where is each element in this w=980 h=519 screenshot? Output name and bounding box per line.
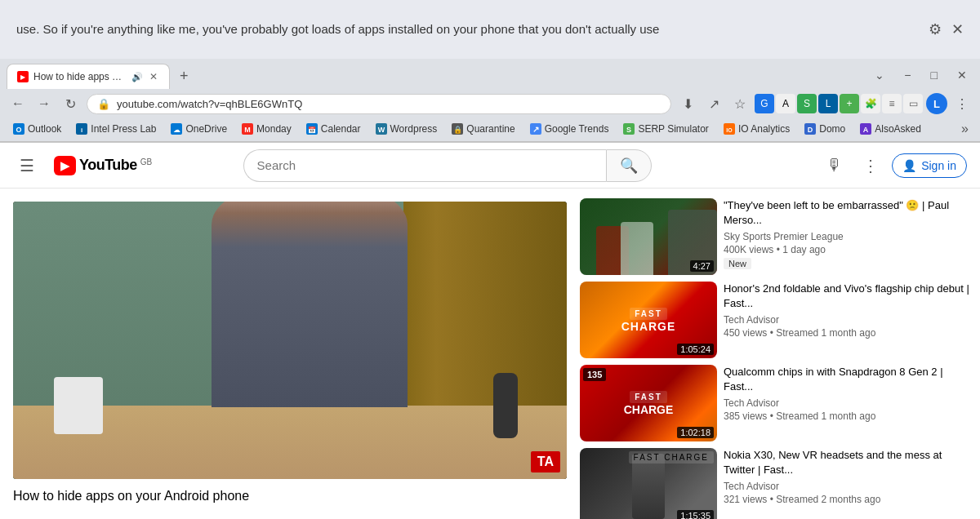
minimize-button[interactable]: − [898,65,917,85]
youtube-mic-button[interactable]: 🎙 [820,149,849,181]
ext-icon-1[interactable]: G [755,94,774,113]
svg-text:🔒: 🔒 [453,125,463,135]
bookmark-io-analytics-label: IO Analytics [738,123,790,135]
fc-label: FAST [630,308,667,320]
tab-close-icon[interactable]: ✕ [148,69,159,84]
ext-icon-sidebar[interactable]: ▭ [903,94,923,113]
ext-icon-2[interactable]: A [776,94,795,113]
rec-info-3: Qualcomm chips in with Snapdragon 8 Gen … [724,365,970,441]
rec-meta-1: 400K views • 1 day ago [724,244,970,255]
svg-text:W: W [377,126,385,134]
video-item-mug [54,377,103,434]
bookmark-google-trends[interactable]: ↗ Google Trends [523,121,616,137]
youtube-logo[interactable]: ▶ YouTube GB [54,156,152,175]
maximize-button[interactable]: □ [924,65,944,85]
new-tab-button[interactable]: + [173,64,195,88]
sign-in-label: Sign in [921,159,956,172]
bookmark-serp[interactable]: S SERP Simulator [617,121,715,137]
ext-icon-puzzle[interactable]: 🧩 [861,94,880,113]
bookmark-wordpress[interactable]: W Wordpress [369,121,444,137]
youtube-search-input[interactable] [243,149,606,182]
download-icon[interactable]: ⬇ [676,92,699,115]
rec-meta-3: 385 views • Streamed 1 month ago [724,410,970,422]
rec-info-4: Nokia X30, New VR headsets and the mess … [724,448,970,519]
video-thumbnail: TA [13,202,567,479]
svg-text:i: i [81,126,82,134]
youtube-video-title: How to hide apps on your Android phone [13,487,567,505]
bookmark-outlook-label: Outlook [28,123,61,135]
share-icon[interactable]: ↗ [702,92,725,115]
recommended-video-3[interactable]: FAST CHARGE 135 1:02:18 Qualcomm chips i… [580,365,970,441]
youtube-recommendations: 4:27 "They've been left to be embarrasse… [580,189,980,519]
ext-icon-3[interactable]: S [797,94,817,113]
url-bar[interactable]: 🔒 youtube.com/watch?v=qhBLE6GWnTQ [87,94,671,114]
nokia-phone [632,454,665,519]
rec-thumb-nokia: FAST CHARGE [580,448,717,519]
recommended-video-1[interactable]: 4:27 "They've been left to be embarrasse… [580,198,970,275]
forward-button[interactable]: → [33,92,56,115]
recommended-video-2[interactable]: FAST CHARGE 1:05:24 Honor's 2nd foldable… [580,282,970,358]
bookmark-quarantine[interactable]: 🔒 Quarantine [445,121,521,137]
bookmark-quarantine-label: Quarantine [466,123,514,135]
rec-info-2: Honor's 2nd foldable and Vivo's flagship… [724,282,970,358]
svg-text:☁: ☁ [173,126,180,134]
bookmark-intel[interactable]: i Intel Press Lab [69,121,163,137]
youtube-logo-text: YouTube [79,157,137,174]
rec-duration-1: 4:27 [690,260,714,272]
bookmark-io-analytics[interactable]: IO IO Analytics [717,121,796,137]
close-window-button[interactable]: ✕ [951,65,973,85]
lock-icon: 🔒 [97,98,110,110]
settings-icon[interactable]: ⚙ [929,20,942,38]
bookmark-outlook[interactable]: O Outlook [7,121,68,137]
bookmark-domo-label: Domo [819,123,845,135]
bookmark-domo[interactable]: D Domo [798,121,852,137]
youtube-header: ☰ ▶ YouTube GB 🔍 🎙 ⋮ 👤 Sign in [0,143,980,189]
bookmark-onedrive[interactable]: ☁ OneDrive [164,121,234,137]
profile-icon[interactable]: L [926,93,947,114]
bookmark-onedrive-label: OneDrive [185,123,227,135]
bookmark-monday-label: Monday [256,123,292,135]
youtube-more-button[interactable]: ⋮ [856,149,885,182]
youtube-logo-icon: ▶ [54,156,76,175]
youtube-page: ☰ ▶ YouTube GB 🔍 🎙 ⋮ 👤 Sign in [0,143,980,519]
bookmark-calendar-label: Calendar [321,123,361,135]
tab-bar: ▶ How to hide apps on your A 🔊 ✕ + ⌄ − □… [0,59,980,89]
rec-info-1: "They've been left to be embarrassed" 🙁 … [724,198,970,275]
youtube-video-player[interactable]: TA [13,202,567,479]
notification-icons: ⚙ ✕ [929,20,964,38]
nokia-fast-label: FAST CHARGE [629,451,714,464]
active-tab[interactable]: ▶ How to hide apps on your A 🔊 ✕ [7,64,170,89]
youtube-menu-button[interactable]: ☰ [13,149,41,182]
tab-favicon: ▶ [17,71,29,82]
bookmarks-more-button[interactable]: » [956,120,973,138]
recommended-video-4[interactable]: FAST CHARGE 1:15:35 Nokia X30, New VR he… [580,448,970,519]
refresh-button[interactable]: ↻ [59,92,82,115]
youtube-sign-in-button[interactable]: 👤 Sign in [892,153,967,178]
back-button[interactable]: ← [7,92,29,115]
rec-thumb-1: 4:27 [580,198,717,275]
bookmark-intel-label: Intel Press Lab [91,123,156,135]
bookmark-calendar[interactable]: 📅 Calendar [300,121,368,137]
rec-duration-2: 1:05:24 [677,344,714,355]
close-notification-icon[interactable]: ✕ [951,20,964,38]
bookmarks-bar: O Outlook i Intel Press Lab ☁ OneDrive M… [0,118,980,142]
tab-search-icon[interactable]: ⌄ [868,65,891,85]
ext-icon-4[interactable]: L [818,94,838,113]
rec-badge-1: New [724,258,751,269]
bookmark-icon[interactable]: ☆ [728,92,751,115]
ext-icon-5[interactable]: + [840,94,859,113]
tab-title: How to hide apps on your A [33,71,127,82]
youtube-video-section: TA How to hide apps on your Android phon… [0,189,580,519]
bookmark-also-asked[interactable]: A AlsoAsked [853,121,928,137]
navigation-buttons: ← → ↻ [7,92,82,115]
rec-title-4: Nokia X30, New VR headsets and the mess … [724,448,970,477]
video-person [212,202,408,407]
svg-text:O: O [16,126,21,134]
tab-mute-icon[interactable]: 🔊 [131,72,143,82]
youtube-search-button[interactable]: 🔍 [606,149,652,182]
browser-chrome: ▶ How to hide apps on your A 🔊 ✕ + ⌄ − □… [0,59,980,143]
bookmark-also-asked-label: AlsoAsked [875,123,921,135]
ext-icon-reading[interactable]: ≡ [882,94,902,113]
bookmark-monday[interactable]: M Monday [235,121,298,137]
browser-menu-button[interactable]: ⋮ [951,92,973,115]
